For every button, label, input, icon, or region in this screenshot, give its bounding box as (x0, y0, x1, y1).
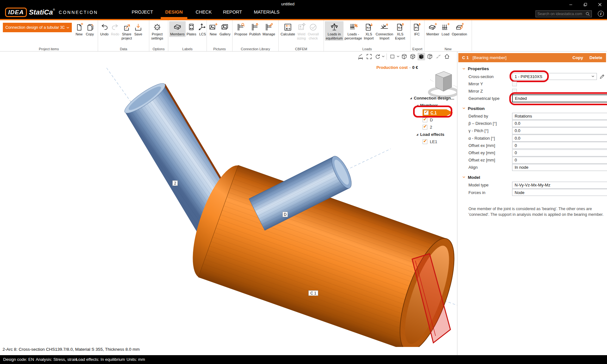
tree-item-2[interactable]: 2 (410, 124, 458, 131)
pitch-input[interactable]: 0.0 (512, 127, 607, 134)
zoom-window-icon[interactable] (389, 53, 396, 60)
measure-icon[interactable] (357, 53, 364, 60)
button-label: Save (134, 32, 142, 36)
copy-button[interactable]: Copy (84, 21, 95, 37)
tree-item-le1[interactable]: LE1 (410, 138, 458, 145)
share-project-button[interactable]: Share project (121, 21, 133, 41)
tab-project[interactable]: PROJECT (132, 9, 153, 15)
tab-materials[interactable]: MATERIALS (254, 9, 279, 15)
tree-item-connection-design[interactable]: ◢Connection design... (410, 94, 458, 102)
gallery-button[interactable]: Gallery (219, 21, 232, 37)
section-properties[interactable]: Properties (462, 66, 607, 71)
chevron-down-icon[interactable] (397, 56, 400, 58)
member-label-2[interactable]: 2 (172, 180, 178, 186)
axes-icon (198, 22, 207, 32)
xls-import-button[interactable]: XLSXLS Import (363, 21, 375, 41)
hidden-line-view-icon[interactable] (409, 53, 417, 60)
offset-ez-mm-input[interactable]: 0 (512, 157, 607, 164)
publish-button[interactable]: Publish (248, 21, 262, 37)
tab-report[interactable]: REPORT (223, 9, 242, 15)
lcs-button[interactable]: LCS (197, 21, 208, 37)
calculate-button[interactable]: Calculate (280, 21, 296, 37)
checkbox-checked[interactable] (424, 110, 429, 115)
expander-icon[interactable]: ◢ (416, 133, 418, 136)
ifc-button[interactable]: IFCIFC (412, 21, 422, 37)
file-new-icon (75, 22, 84, 32)
undo-button[interactable]: Undo (99, 21, 110, 37)
rotate-view-icon[interactable] (374, 53, 381, 60)
field-value: 0 (515, 150, 517, 155)
checkbox-checked[interactable] (423, 118, 427, 122)
member-button[interactable]: Member (425, 21, 440, 37)
members-button[interactable]: Members (169, 21, 186, 37)
image-new-icon (209, 22, 218, 32)
close-button[interactable] (592, 0, 607, 9)
member-label-d[interactable]: D (282, 212, 288, 217)
copy-button[interactable]: Copy (573, 55, 583, 60)
align-dropdown[interactable]: In node (512, 164, 607, 171)
rotation-input[interactable]: 0.0 (512, 135, 607, 142)
offset-ey-mm-input[interactable]: 0 (512, 149, 607, 156)
xls-export-button[interactable]: XLSXLS Export (394, 21, 406, 41)
defined-by-dropdown[interactable]: Rotations (512, 113, 607, 120)
button-label: IFC (414, 32, 420, 36)
maximize-button[interactable] (578, 0, 592, 9)
tree-item-d[interactable]: D (410, 116, 458, 124)
section-position[interactable]: Position (462, 106, 607, 111)
expander-icon[interactable]: ◢ (410, 97, 412, 100)
group-label: Connection Library (232, 47, 278, 51)
tree-item-c-1[interactable]: C 1 (410, 109, 458, 116)
direction-input[interactable]: 0.0 (512, 120, 607, 127)
propose-button[interactable]: Propose (233, 21, 248, 37)
viewport-3d[interactable] (0, 52, 457, 347)
property-row-model-type: Model typeN-Vy-Vz-Mx-My-Mz (468, 182, 607, 189)
selected-member-banner[interactable]: C 1 (423, 109, 453, 116)
load-button[interactable]: Load (440, 21, 451, 37)
search-box[interactable] (536, 10, 592, 17)
loads-percentage-button[interactable]: Loads - percentage (344, 21, 363, 41)
expander-icon[interactable]: ◢ (416, 104, 418, 107)
section-model[interactable]: Model (462, 175, 607, 180)
offset-ex-mm-input[interactable]: 0 (512, 142, 607, 149)
delete-button[interactable]: Delete (589, 55, 602, 60)
home-view-icon[interactable] (443, 53, 451, 60)
group-label: Labels (168, 47, 207, 51)
operation-button[interactable]: Operation (451, 21, 468, 37)
search-input[interactable] (537, 12, 585, 16)
manage-button[interactable]: Manage (262, 21, 276, 37)
checkbox-checked[interactable] (423, 125, 427, 130)
tree-item-members[interactable]: ◢Members (410, 102, 458, 109)
button-label: XLS Import (364, 32, 374, 40)
project-item-dropdown[interactable]: Connection design of a tubular 3D f (3, 23, 72, 32)
mirror-z-checkbox[interactable] (512, 89, 517, 94)
member-label-c1[interactable]: C 1 (308, 290, 318, 296)
group-label: Pictures (207, 47, 232, 51)
plates-button[interactable]: Plates (186, 21, 197, 37)
geometrical-type-dropdown[interactable]: Ended (512, 94, 607, 102)
tab-check[interactable]: CHECK (196, 9, 212, 15)
property-row-forces-in: Forces inNode (468, 189, 607, 196)
tree-item-load-effects[interactable]: ◢Load effects (410, 131, 458, 138)
fit-view-icon[interactable] (365, 53, 373, 60)
new-button[interactable]: New (74, 21, 84, 37)
connection-import-button[interactable]: Connection Import (375, 21, 394, 41)
tab-design[interactable]: DESIGN (165, 9, 183, 15)
wireframe-view-icon[interactable] (400, 53, 408, 60)
loads-in-equilibrium-button[interactable]: Loads in equilibrium (325, 21, 344, 41)
info-icon[interactable]: i (598, 11, 604, 17)
redo-button: Redo (110, 21, 121, 37)
chevron-down-icon[interactable] (382, 56, 385, 58)
edit-pencil-icon[interactable] (599, 74, 605, 79)
model-type-dropdown[interactable]: N-Vy-Vz-Mx-My-Mz (512, 182, 607, 189)
project-settings-button[interactable]: </>Project settings (150, 21, 164, 41)
clip-view-icon[interactable] (426, 53, 434, 60)
forces-in-dropdown[interactable]: Node (512, 189, 607, 196)
cross-section-dropdown[interactable]: 1 - PIPE310XS (512, 73, 597, 80)
shaded-view-icon[interactable] (418, 53, 425, 60)
save-button[interactable]: Save (133, 21, 144, 37)
checkbox-checked[interactable] (423, 139, 427, 144)
mirror-y-checkbox[interactable] (512, 82, 517, 86)
minimize-button[interactable] (563, 0, 578, 9)
new-button[interactable]: New (208, 21, 219, 37)
button-label: Load (442, 32, 449, 36)
